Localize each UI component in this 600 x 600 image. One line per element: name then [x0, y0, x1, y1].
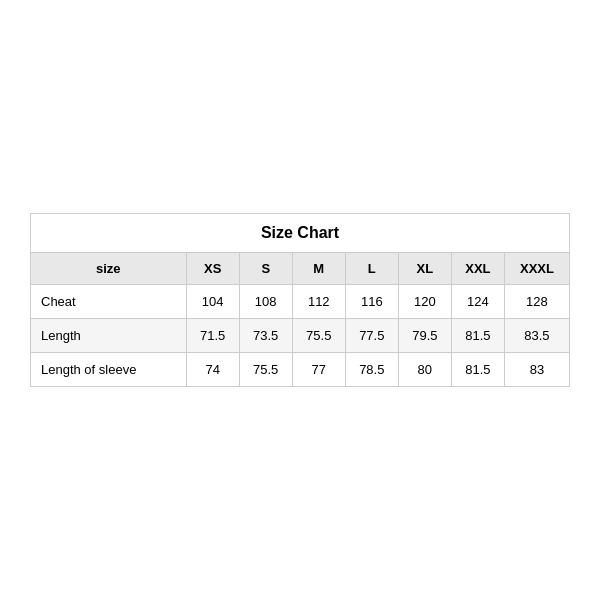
cell-value: 83 [504, 353, 569, 387]
column-header-m: M [292, 253, 345, 285]
row-label: Cheat [31, 285, 187, 319]
row-label: Length [31, 319, 187, 353]
cell-value: 79.5 [398, 319, 451, 353]
cell-value: 116 [345, 285, 398, 319]
cell-value: 81.5 [451, 353, 504, 387]
cell-value: 73.5 [239, 319, 292, 353]
cell-value: 75.5 [292, 319, 345, 353]
column-header-xxl: XXL [451, 253, 504, 285]
column-header-xl: XL [398, 253, 451, 285]
cell-value: 74 [186, 353, 239, 387]
column-header-l: L [345, 253, 398, 285]
table-title: Size Chart [31, 214, 570, 253]
cell-value: 120 [398, 285, 451, 319]
cell-value: 78.5 [345, 353, 398, 387]
header-row: sizeXSSMLXLXXLXXXL [31, 253, 570, 285]
column-header-size: size [31, 253, 187, 285]
table-row: Cheat104108112116120124128 [31, 285, 570, 319]
cell-value: 75.5 [239, 353, 292, 387]
cell-value: 71.5 [186, 319, 239, 353]
column-header-xs: XS [186, 253, 239, 285]
cell-value: 80 [398, 353, 451, 387]
column-header-xxxl: XXXL [504, 253, 569, 285]
title-row: Size Chart [31, 214, 570, 253]
row-label: Length of sleeve [31, 353, 187, 387]
cell-value: 104 [186, 285, 239, 319]
size-chart-container: Size Chart sizeXSSMLXLXXLXXXL Cheat10410… [30, 213, 570, 387]
table-row: Length of sleeve7475.57778.58081.583 [31, 353, 570, 387]
cell-value: 128 [504, 285, 569, 319]
cell-value: 77 [292, 353, 345, 387]
cell-value: 83.5 [504, 319, 569, 353]
column-header-s: S [239, 253, 292, 285]
cell-value: 124 [451, 285, 504, 319]
table-row: Length71.573.575.577.579.581.583.5 [31, 319, 570, 353]
size-chart-table: Size Chart sizeXSSMLXLXXLXXXL Cheat10410… [30, 213, 570, 387]
cell-value: 81.5 [451, 319, 504, 353]
cell-value: 112 [292, 285, 345, 319]
cell-value: 108 [239, 285, 292, 319]
cell-value: 77.5 [345, 319, 398, 353]
